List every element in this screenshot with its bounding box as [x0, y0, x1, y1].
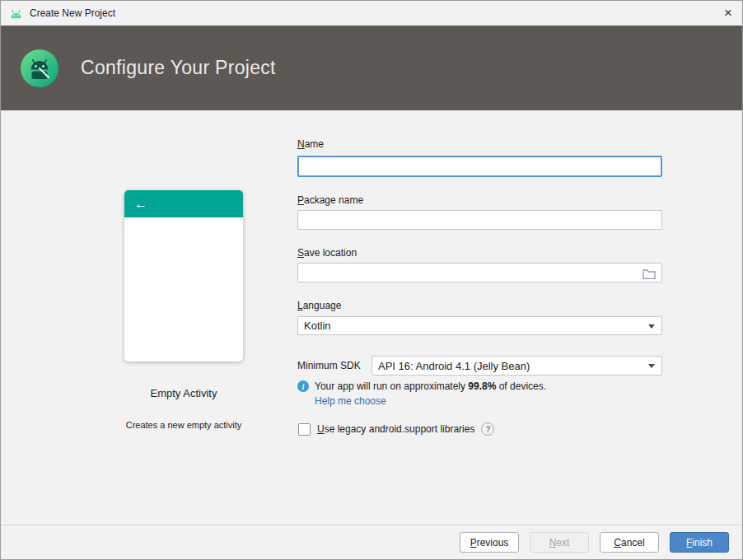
- android-studio-logo-icon: [19, 48, 60, 89]
- page-title: Configure Your Project: [81, 57, 276, 79]
- legacy-support-label: Use legacy android.support libraries: [317, 423, 474, 435]
- legacy-support-row: Use legacy android.support libraries ?: [298, 422, 494, 436]
- package-name-label: Package name: [297, 194, 363, 206]
- folder-icon[interactable]: [643, 268, 656, 282]
- button-bar: Previous Next Cancel Finish: [1, 525, 742, 559]
- window-title: Create New Project: [30, 7, 115, 19]
- content-area: ← Empty Activity Creates a new empty act…: [1, 110, 742, 525]
- help-icon[interactable]: ?: [481, 422, 494, 436]
- template-preview-appbar: ←: [124, 190, 243, 217]
- template-name: Empty Activity: [124, 387, 243, 399]
- language-value: Kotlin: [304, 320, 331, 332]
- finish-button[interactable]: Finish: [670, 532, 729, 553]
- back-arrow-icon: ←: [134, 198, 147, 211]
- title-bar: Create New Project ×: [1, 1, 742, 26]
- sdk-info-text: Your app will run on approximately 99.8%…: [315, 380, 546, 392]
- name-label: Name: [297, 138, 324, 150]
- template-preview-card: ←: [124, 190, 243, 362]
- template-description: Creates a new empty activity: [91, 420, 276, 430]
- android-icon: [9, 7, 24, 19]
- close-icon[interactable]: ×: [714, 1, 742, 26]
- wizard-header: Configure Your Project: [1, 26, 742, 110]
- min-sdk-value: API 16: Android 4.1 (Jelly Bean): [378, 360, 530, 372]
- name-input[interactable]: [297, 156, 662, 177]
- sdk-info-row: i Your app will run on approximately 99.…: [297, 380, 546, 392]
- language-select[interactable]: Kotlin: [297, 316, 662, 335]
- save-location-input[interactable]: [298, 264, 661, 282]
- min-sdk-select[interactable]: API 16: Android 4.1 (Jelly Bean): [372, 356, 662, 376]
- language-label: Language: [297, 300, 341, 311]
- create-new-project-window: Create New Project ×: [0, 0, 743, 560]
- help-me-choose-link[interactable]: Help me choose: [315, 395, 386, 407]
- next-button[interactable]: Next: [530, 532, 589, 553]
- previous-button[interactable]: Previous: [460, 532, 519, 553]
- legacy-support-checkbox[interactable]: [298, 423, 311, 436]
- cancel-button[interactable]: Cancel: [600, 532, 659, 553]
- package-name-input[interactable]: [297, 210, 662, 230]
- chevron-down-icon: [648, 324, 655, 329]
- save-location-field: [297, 263, 662, 282]
- device-percentage: 99.8%: [468, 380, 496, 392]
- info-icon: i: [297, 380, 309, 392]
- min-sdk-label: Minimum SDK: [297, 356, 361, 376]
- chevron-down-icon: [648, 364, 655, 368]
- save-location-label: Save location: [297, 247, 357, 259]
